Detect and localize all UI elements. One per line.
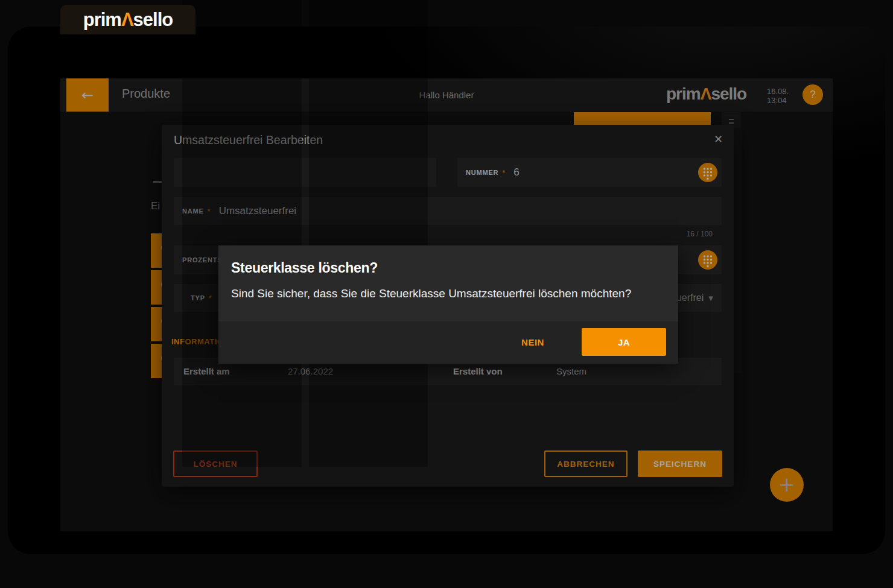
brand-tab: primΛsello	[60, 5, 195, 34]
brand-suffix: sello	[133, 9, 173, 31]
delete-confirm-dialog: Steuerklasse löschen? Sind Sie sicher, d…	[218, 245, 678, 364]
brand-prefix: prim	[83, 9, 121, 31]
brand-lambda-icon: Λ	[121, 9, 133, 31]
dialog-message: Sind Sie sicher, dass Sie die Steuerklas…	[231, 287, 631, 300]
page: ← Produkte Hallo Händler primΛsello 16.0…	[0, 0, 893, 588]
yes-button[interactable]: JA	[582, 328, 666, 356]
dialog-title: Steuerklasse löschen?	[231, 260, 378, 276]
no-button[interactable]: NEIN	[506, 330, 560, 354]
